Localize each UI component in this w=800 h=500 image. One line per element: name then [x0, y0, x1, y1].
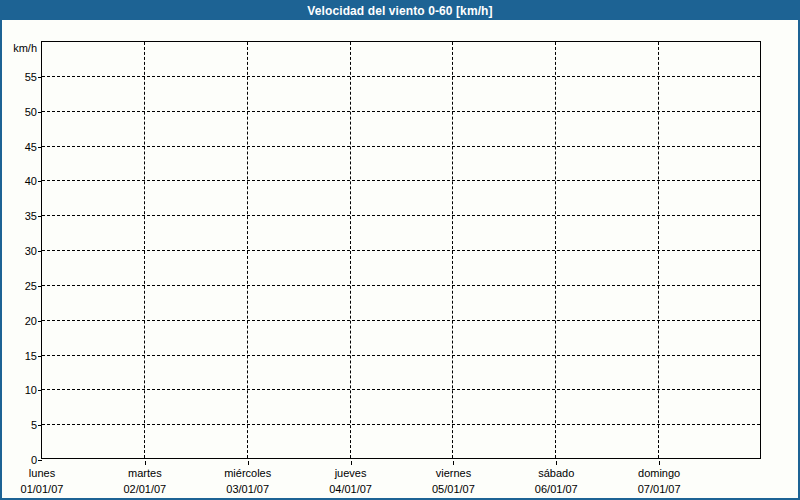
y-tick-label: 0 — [2, 454, 37, 466]
y-tick-label: 50 — [2, 106, 37, 118]
x-axis-tick — [145, 461, 146, 465]
gridline-horizontal — [42, 285, 760, 286]
y-axis-tick — [38, 356, 42, 357]
gridline-vertical — [555, 42, 556, 458]
x-axis-tick — [659, 461, 660, 465]
gridline-horizontal — [42, 250, 760, 251]
gridline-horizontal — [42, 389, 760, 390]
y-tick-label: 40 — [2, 175, 37, 187]
chart-title-bar: Velocidad del viento 0-60 [km/h] — [2, 2, 798, 20]
gridline-horizontal — [42, 146, 760, 147]
y-axis-tick — [38, 390, 42, 391]
x-axis-tick — [556, 461, 557, 465]
gridline-horizontal — [42, 320, 760, 321]
gridline-vertical — [350, 42, 351, 458]
gridline-vertical — [452, 42, 453, 458]
plot-area — [41, 41, 761, 459]
y-tick-label: 15 — [2, 350, 37, 362]
y-tick-label: 30 — [2, 245, 37, 257]
gridline-horizontal — [42, 424, 760, 425]
y-axis-tick — [38, 251, 42, 252]
gridline-vertical — [658, 42, 659, 458]
gridline-horizontal — [42, 355, 760, 356]
y-axis-tick — [38, 321, 42, 322]
gridline-horizontal — [42, 111, 760, 112]
x-date-label: 07/01/07 — [599, 483, 719, 495]
y-axis-unit-label: km/h — [2, 42, 37, 54]
gridline-horizontal — [42, 215, 760, 216]
y-tick-label: 45 — [2, 141, 37, 153]
wind-speed-chart-widget: Velocidad del viento 0-60 [km/h] km/h 05… — [0, 0, 800, 500]
y-axis-tick — [38, 77, 42, 78]
y-axis-tick — [38, 216, 42, 217]
y-tick-label: 10 — [2, 384, 37, 396]
y-tick-label: 5 — [2, 419, 37, 431]
chart-title: Velocidad del viento 0-60 [km/h] — [307, 4, 492, 18]
y-axis-tick — [38, 112, 42, 113]
y-tick-label: 20 — [2, 315, 37, 327]
y-tick-label: 35 — [2, 210, 37, 222]
y-axis-tick — [38, 460, 42, 461]
x-day-label: domingo — [599, 467, 719, 479]
gridline-vertical — [144, 42, 145, 458]
x-axis-tick — [351, 461, 352, 465]
gridline-horizontal — [42, 76, 760, 77]
y-axis-tick — [38, 286, 42, 287]
x-axis-tick — [453, 461, 454, 465]
x-axis-tick — [248, 461, 249, 465]
y-tick-label: 55 — [2, 71, 37, 83]
y-axis-tick — [38, 181, 42, 182]
y-tick-label: 25 — [2, 280, 37, 292]
gridline-vertical — [247, 42, 248, 458]
y-axis-tick — [38, 147, 42, 148]
gridline-horizontal — [42, 180, 760, 181]
y-axis-tick — [38, 425, 42, 426]
